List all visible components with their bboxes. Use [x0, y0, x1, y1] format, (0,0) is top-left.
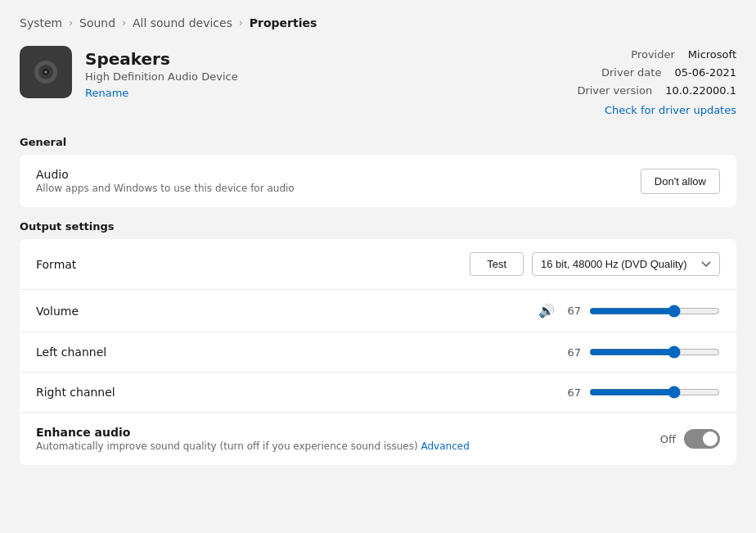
device-header: Speakers High Definition Audio Device Re… — [20, 46, 736, 120]
right-channel-row: Right channel 67 — [20, 373, 736, 413]
enhance-audio-desc: Automatically improve sound quality (tur… — [36, 440, 660, 452]
output-settings-section-label: Output settings — [20, 220, 736, 233]
general-section-label: General — [20, 136, 736, 148]
volume-value: 67 — [563, 305, 581, 317]
volume-row: Volume 🔊 67 — [20, 290, 736, 332]
enhance-audio-title: Enhance audio — [36, 426, 660, 439]
format-select[interactable]: 16 bit, 44100 Hz (CD Quality) 16 bit, 48… — [532, 252, 720, 276]
enhance-audio-toggle[interactable] — [684, 429, 720, 449]
output-settings-card: Format Test 16 bit, 44100 Hz (CD Quality… — [20, 239, 736, 465]
audio-row: Audio Allow apps and Windows to use this… — [20, 155, 736, 207]
general-card: Audio Allow apps and Windows to use this… — [20, 155, 736, 207]
right-channel-slider[interactable] — [589, 386, 720, 399]
enhance-audio-toggle-label: Off — [660, 433, 676, 445]
breadcrumb-sep-3: › — [239, 17, 243, 29]
enhance-audio-row: Enhance audio Automatically improve soun… — [20, 413, 736, 465]
driver-info: Provider Microsoft Driver date 05-06-202… — [577, 46, 736, 120]
device-name: Speakers — [85, 49, 564, 69]
left-channel-value: 67 — [563, 346, 581, 359]
format-title: Format — [36, 258, 470, 271]
right-channel-controls: 67 — [563, 386, 720, 399]
right-channel-title: Right channel — [36, 386, 563, 399]
rename-link[interactable]: Rename — [85, 87, 128, 99]
check-driver-updates-link[interactable]: Check for driver updates — [577, 102, 736, 120]
breadcrumb-system[interactable]: System — [20, 16, 62, 29]
svg-point-3 — [45, 71, 47, 74]
left-channel-info: Left channel — [36, 346, 563, 359]
audio-title: Audio — [36, 168, 641, 181]
driver-date-value: 05-06-2021 — [674, 64, 736, 82]
breadcrumb: System › Sound › All sound devices › Pro… — [20, 16, 736, 29]
volume-icon: 🔊 — [538, 303, 555, 318]
test-button[interactable]: Test — [470, 252, 524, 276]
provider-label: Provider — [631, 46, 675, 64]
volume-slider[interactable] — [589, 305, 720, 318]
enhance-audio-info: Enhance audio Automatically improve soun… — [36, 426, 660, 452]
driver-version-value: 10.0.22000.1 — [665, 82, 736, 100]
breadcrumb-sep-2: › — [122, 17, 126, 29]
breadcrumb-sep-1: › — [69, 17, 73, 29]
left-channel-row: Left channel 67 — [20, 332, 736, 373]
volume-info: Volume — [36, 305, 538, 318]
advanced-link[interactable]: Advanced — [421, 440, 469, 452]
enhance-audio-toggle-wrap: Off — [660, 429, 720, 449]
left-channel-title: Left channel — [36, 346, 563, 359]
volume-title: Volume — [36, 305, 538, 318]
provider-value: Microsoft — [688, 46, 736, 64]
left-channel-slider[interactable] — [589, 346, 720, 359]
dont-allow-button[interactable]: Don't allow — [641, 169, 720, 194]
toggle-knob — [703, 431, 718, 446]
format-info: Format — [36, 258, 470, 271]
right-channel-info: Right channel — [36, 386, 563, 399]
device-subtitle: High Definition Audio Device — [85, 70, 564, 83]
driver-version-label: Driver version — [577, 82, 652, 100]
driver-date-label: Driver date — [601, 64, 661, 82]
volume-controls: 🔊 67 — [538, 303, 720, 318]
device-info: Speakers High Definition Audio Device Re… — [85, 46, 564, 99]
left-channel-controls: 67 — [563, 346, 720, 359]
format-row: Format Test 16 bit, 44100 Hz (CD Quality… — [20, 239, 736, 290]
audio-desc: Allow apps and Windows to use this devic… — [36, 183, 641, 194]
breadcrumb-all-sound-devices[interactable]: All sound devices — [133, 16, 232, 29]
device-icon — [20, 46, 72, 98]
breadcrumb-sound[interactable]: Sound — [79, 16, 115, 29]
breadcrumb-properties: Properties — [250, 16, 317, 29]
audio-info: Audio Allow apps and Windows to use this… — [36, 168, 641, 194]
format-controls: Test 16 bit, 44100 Hz (CD Quality) 16 bi… — [470, 252, 720, 276]
right-channel-value: 67 — [563, 386, 581, 399]
